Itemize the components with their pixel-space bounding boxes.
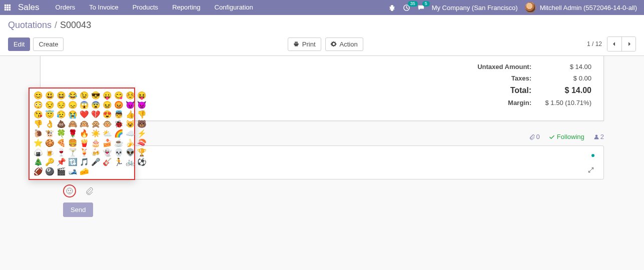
emoji-option[interactable]: 💀 bbox=[114, 148, 124, 156]
menu-to-invoice[interactable]: To Invoice bbox=[82, 0, 126, 15]
fullscreen-button[interactable] bbox=[587, 166, 594, 175]
emoji-option[interactable]: 😝 bbox=[137, 92, 147, 99]
emoji-option[interactable]: 🐌 bbox=[34, 130, 43, 137]
emoji-option[interactable]: 👍 bbox=[126, 110, 135, 118]
emoji-option[interactable]: 👌 bbox=[45, 120, 55, 128]
emoji-option[interactable]: 🎱 bbox=[45, 168, 55, 175]
emoji-option[interactable]: 🏃 bbox=[114, 158, 124, 166]
menu-reporting[interactable]: Reporting bbox=[165, 0, 207, 15]
emoji-option[interactable]: ⭐ bbox=[34, 139, 43, 146]
emoji-option[interactable]: 🙉 bbox=[80, 120, 89, 128]
emoji-option[interactable]: 🍺 bbox=[45, 148, 55, 156]
emoji-option[interactable]: 😎 bbox=[91, 92, 101, 99]
emoji-option[interactable]: 👎 bbox=[34, 120, 43, 128]
messages-button[interactable]: 5 bbox=[417, 4, 425, 12]
emoji-option[interactable]: 👽 bbox=[126, 148, 135, 156]
emoji-option[interactable]: ☁️ bbox=[126, 130, 135, 137]
emoji-option[interactable]: 🎿 bbox=[68, 168, 78, 175]
emoji-option[interactable]: 🍣 bbox=[137, 139, 147, 146]
emoji-button[interactable] bbox=[63, 184, 76, 198]
emoji-option[interactable]: ☀️ bbox=[91, 130, 101, 137]
emoji-option[interactable]: 🔑 bbox=[45, 158, 55, 166]
pager-next[interactable] bbox=[621, 37, 635, 51]
emoji-option[interactable]: 👿 bbox=[137, 101, 147, 108]
emoji-option[interactable]: 🙊 bbox=[91, 120, 101, 128]
emoji-option[interactable]: 🍷 bbox=[57, 148, 66, 156]
emoji-option[interactable]: 😔 bbox=[57, 101, 66, 108]
emoji-option[interactable]: 🍕 bbox=[57, 139, 66, 146]
menu-configuration[interactable]: Configuration bbox=[208, 0, 260, 15]
emoji-option[interactable]: 🐞 bbox=[114, 120, 124, 128]
emoji-option[interactable]: ❤️ bbox=[80, 110, 89, 118]
emoji-option[interactable]: 😳 bbox=[34, 101, 43, 108]
emoji-option[interactable]: 😂 bbox=[68, 92, 78, 99]
emoji-option[interactable]: 😱 bbox=[80, 101, 89, 108]
emoji-option[interactable]: 💩 bbox=[57, 120, 66, 128]
emoji-option[interactable]: ☺️ bbox=[126, 92, 135, 99]
emoji-option[interactable]: 😘 bbox=[34, 110, 43, 118]
emoji-option[interactable]: ⚽ bbox=[137, 158, 147, 166]
emoji-option[interactable]: 🍰 bbox=[103, 139, 112, 146]
emoji-option[interactable]: 😞 bbox=[68, 101, 78, 108]
emoji-option[interactable]: 😛 bbox=[103, 92, 112, 99]
emoji-option[interactable]: 🎄 bbox=[34, 158, 43, 166]
attach-button[interactable] bbox=[83, 184, 96, 198]
pager[interactable]: 1 / 12 bbox=[587, 40, 602, 48]
emoji-option[interactable]: 😈 bbox=[126, 101, 135, 108]
followers-button[interactable]: 2 bbox=[593, 133, 604, 140]
emoji-option[interactable]: 🚲 bbox=[126, 158, 135, 166]
emoji-option[interactable]: 🎸 bbox=[103, 158, 112, 166]
emoji-option[interactable]: 😊 bbox=[34, 92, 43, 99]
following-toggle[interactable]: Following bbox=[549, 133, 584, 140]
emoji-option[interactable]: 🍪 bbox=[45, 139, 55, 146]
emoji-option[interactable]: 😃 bbox=[45, 92, 55, 99]
pager-prev[interactable] bbox=[607, 37, 621, 51]
emoji-option[interactable]: 🎂 bbox=[91, 139, 101, 146]
menu-orders[interactable]: Orders bbox=[49, 0, 83, 15]
emoji-option[interactable]: 👼 bbox=[114, 110, 124, 118]
emoji-option[interactable]: 🎵 bbox=[80, 158, 89, 166]
action-button[interactable]: Action bbox=[325, 38, 363, 51]
emoji-option[interactable]: 🍙 bbox=[34, 148, 43, 156]
emoji-option[interactable]: 🌈 bbox=[114, 130, 124, 137]
emoji-option[interactable]: 🐮 bbox=[45, 130, 55, 137]
attachments-count[interactable]: 0 bbox=[529, 133, 540, 140]
emoji-option[interactable]: 🏆 bbox=[137, 148, 147, 156]
emoji-option[interactable]: 🐻 bbox=[137, 120, 147, 128]
emoji-option[interactable]: 🍟 bbox=[80, 139, 89, 146]
emoji-option[interactable]: 🍹 bbox=[80, 148, 89, 156]
emoji-option[interactable]: 🍸 bbox=[68, 148, 78, 156]
emoji-option[interactable]: 👻 bbox=[103, 148, 112, 156]
emoji-option[interactable]: 😇 bbox=[45, 110, 55, 118]
menu-products[interactable]: Products bbox=[126, 0, 165, 15]
emoji-option[interactable]: 😭 bbox=[68, 110, 78, 118]
emoji-option[interactable]: 😨 bbox=[91, 101, 101, 108]
emoji-option[interactable]: 🎤 bbox=[91, 158, 101, 166]
emoji-option[interactable]: 👎 bbox=[137, 110, 147, 118]
emoji-option[interactable]: ⚡ bbox=[137, 130, 147, 137]
emoji-option[interactable]: 📌 bbox=[57, 158, 66, 166]
emoji-option[interactable]: 🐵 bbox=[103, 120, 112, 128]
emoji-option[interactable]: 🍌 bbox=[126, 139, 135, 146]
emoji-option[interactable]: 😍 bbox=[103, 110, 112, 118]
emoji-option[interactable]: 😒 bbox=[45, 101, 55, 108]
emoji-option[interactable]: 🔃 bbox=[68, 158, 78, 166]
emoji-option[interactable]: 🏈 bbox=[34, 168, 43, 175]
emoji-option[interactable]: 😋 bbox=[114, 92, 124, 99]
emoji-option[interactable]: ⛅ bbox=[103, 130, 112, 137]
emoji-option[interactable]: 🔥 bbox=[80, 130, 89, 137]
edit-button[interactable]: Edit bbox=[8, 38, 30, 51]
send-button[interactable]: Send bbox=[63, 202, 93, 217]
emoji-option[interactable]: 🍀 bbox=[57, 130, 66, 137]
composer-textarea[interactable] bbox=[70, 151, 597, 166]
emoji-option[interactable]: 🍻 bbox=[91, 148, 101, 156]
emoji-option[interactable]: 😥 bbox=[57, 110, 66, 118]
breadcrumb-root[interactable]: Quotations bbox=[8, 20, 52, 30]
create-button[interactable]: Create bbox=[33, 38, 64, 51]
apps-menu[interactable] bbox=[0, 0, 15, 15]
company-switcher[interactable]: My Company (San Francisco) bbox=[432, 4, 518, 12]
debug-menu[interactable] bbox=[388, 4, 396, 12]
emoji-option[interactable]: 🙈 bbox=[68, 120, 78, 128]
app-name[interactable]: Sales bbox=[15, 2, 49, 12]
emoji-option[interactable]: 😖 bbox=[103, 101, 112, 108]
